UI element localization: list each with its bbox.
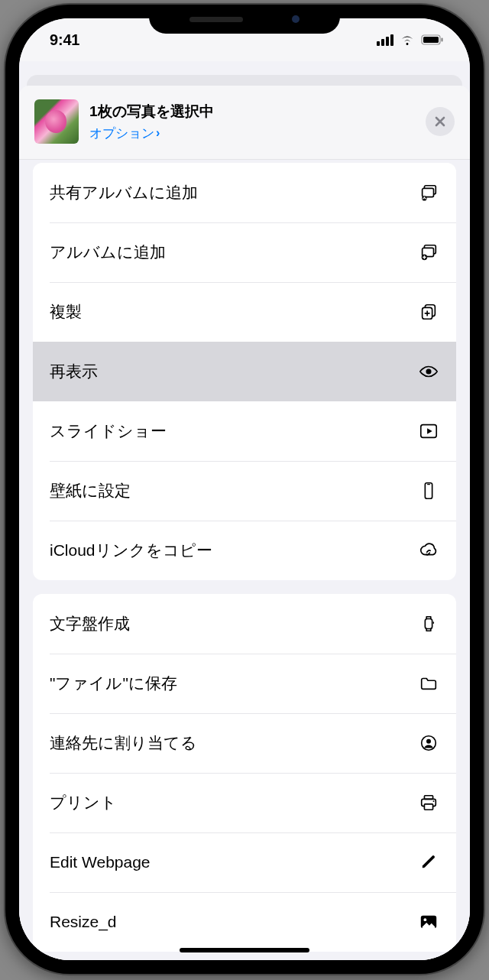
- actions-list[interactable]: 共有アルバムに追加アルバムに追加複製再表示スライドショー壁紙に設定iCloudリ…: [19, 160, 470, 960]
- phone-icon: [418, 480, 439, 501]
- chevron-right-icon: ›: [156, 126, 160, 140]
- close-button[interactable]: [426, 107, 455, 136]
- pencil-icon: [418, 852, 439, 873]
- svg-point-12: [426, 368, 431, 374]
- shared-album-icon: [418, 182, 439, 203]
- front-camera: [292, 15, 300, 23]
- action-row[interactable]: iCloudリンクをコピー: [33, 521, 456, 580]
- share-sheet-layer: 1枚の写真を選択中 オプション › 共有アルバムに追加アルバムに追加複製再表示ス…: [19, 61, 470, 960]
- action-row[interactable]: 共有アルバムに追加: [33, 163, 456, 222]
- device-frame: 9:41 1枚の写真を選択中 オプション: [5, 5, 484, 974]
- wifi-icon: [399, 34, 416, 46]
- speaker: [189, 17, 243, 22]
- action-row[interactable]: Edit Webpage: [33, 832, 456, 892]
- eye-icon: [418, 361, 439, 382]
- action-label: 連絡先に割り当てる: [50, 732, 197, 754]
- svg-rect-22: [424, 804, 432, 810]
- svg-rect-16: [425, 619, 432, 629]
- options-button[interactable]: オプション ›: [89, 125, 426, 142]
- action-label: 壁紙に設定: [50, 480, 131, 501]
- action-row[interactable]: 壁紙に設定: [33, 461, 456, 521]
- action-row[interactable]: 再表示: [33, 342, 456, 401]
- options-label: オプション: [89, 125, 154, 142]
- action-group: 文字盤作成"ファイル"に保存連絡先に割り当てるプリントEdit WebpageR…: [33, 594, 456, 952]
- cloud-link-icon: [418, 540, 439, 561]
- contact-icon: [418, 732, 439, 754]
- action-row[interactable]: プリント: [33, 773, 456, 832]
- duplicate-icon: [418, 301, 439, 323]
- action-label: 再表示: [50, 361, 98, 382]
- sheet-header: 1枚の写真を選択中 オプション ›: [19, 86, 470, 160]
- action-row[interactable]: 文字盤作成: [33, 594, 456, 654]
- svg-point-19: [426, 739, 431, 744]
- header-text: 1枚の写真を選択中 オプション ›: [89, 102, 426, 142]
- action-label: 共有アルバムに追加: [50, 182, 198, 203]
- share-sheet: 1枚の写真を選択中 オプション › 共有アルバムに追加アルバムに追加複製再表示ス…: [19, 86, 470, 960]
- action-row[interactable]: Resize_d: [33, 892, 456, 952]
- selection-title: 1枚の写真を選択中: [89, 102, 426, 122]
- close-icon: [434, 115, 446, 128]
- battery-icon: [421, 34, 444, 45]
- svg-rect-17: [433, 621, 434, 624]
- photo-thumbnail: [34, 99, 79, 144]
- action-label: Edit Webpage: [50, 853, 151, 871]
- action-row[interactable]: "ファイル"に保存: [33, 654, 456, 713]
- add-album-icon: [418, 242, 439, 263]
- action-row[interactable]: 複製: [33, 282, 456, 342]
- action-label: アルバムに追加: [50, 242, 166, 263]
- folder-icon: [418, 673, 439, 694]
- action-label: Resize_d: [50, 913, 117, 931]
- cellular-icon: [377, 34, 393, 46]
- action-label: iCloudリンクをコピー: [50, 540, 212, 561]
- image-icon: [418, 911, 439, 933]
- status-time: 9:41: [50, 31, 79, 49]
- action-label: スライドショー: [50, 420, 167, 442]
- action-row[interactable]: スライドショー: [33, 401, 456, 461]
- action-label: 文字盤作成: [50, 613, 130, 634]
- action-label: プリント: [50, 792, 117, 813]
- svg-rect-1: [423, 37, 439, 43]
- watch-icon: [418, 613, 439, 634]
- action-row[interactable]: アルバムに追加: [33, 222, 456, 282]
- svg-rect-2: [442, 38, 443, 42]
- play-icon: [418, 420, 439, 442]
- action-row[interactable]: 連絡先に割り当てる: [33, 713, 456, 773]
- home-indicator[interactable]: [180, 948, 309, 952]
- svg-rect-4: [423, 188, 434, 196]
- print-icon: [418, 792, 439, 813]
- status-icons: [377, 34, 444, 46]
- action-label: 複製: [50, 301, 82, 323]
- svg-point-23: [433, 800, 435, 802]
- notch: [149, 5, 340, 34]
- action-label: "ファイル"に保存: [50, 673, 177, 694]
- screen: 9:41 1枚の写真を選択中 オプション: [19, 18, 470, 960]
- action-group: 共有アルバムに追加アルバムに追加複製再表示スライドショー壁紙に設定iCloudリ…: [33, 163, 456, 580]
- svg-rect-14: [425, 483, 432, 498]
- svg-point-25: [424, 918, 427, 921]
